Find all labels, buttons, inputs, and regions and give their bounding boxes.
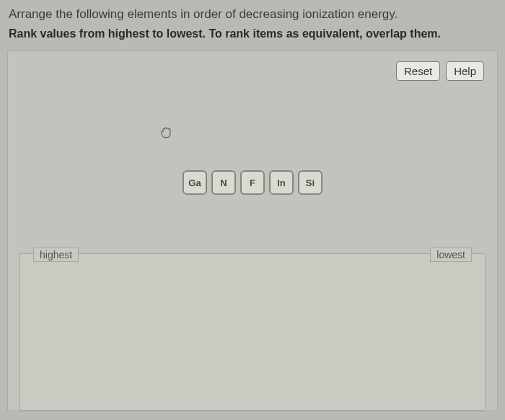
panel-buttons: Reset Help (396, 61, 484, 81)
reset-button[interactable]: Reset (396, 61, 440, 81)
instruction-text: Rank values from highest to lowest. To r… (0, 25, 505, 48)
highest-label: highest (33, 248, 79, 262)
ranking-drop-area[interactable]: highest lowest (19, 253, 486, 411)
ranking-panel: Reset Help Ga N F In Si highest lowest (7, 51, 498, 411)
element-tiles: Ga N F In Si (183, 170, 322, 195)
question-text: Arrange the following elements in order … (0, 0, 505, 25)
tile-f[interactable]: F (240, 170, 265, 195)
tile-si[interactable]: Si (298, 170, 322, 195)
tile-in[interactable]: In (269, 170, 294, 195)
lowest-label: lowest (430, 248, 472, 262)
tile-n[interactable]: N (211, 170, 236, 195)
help-button[interactable]: Help (446, 61, 484, 81)
tile-ga[interactable]: Ga (183, 170, 207, 195)
grab-cursor-icon (159, 123, 174, 141)
